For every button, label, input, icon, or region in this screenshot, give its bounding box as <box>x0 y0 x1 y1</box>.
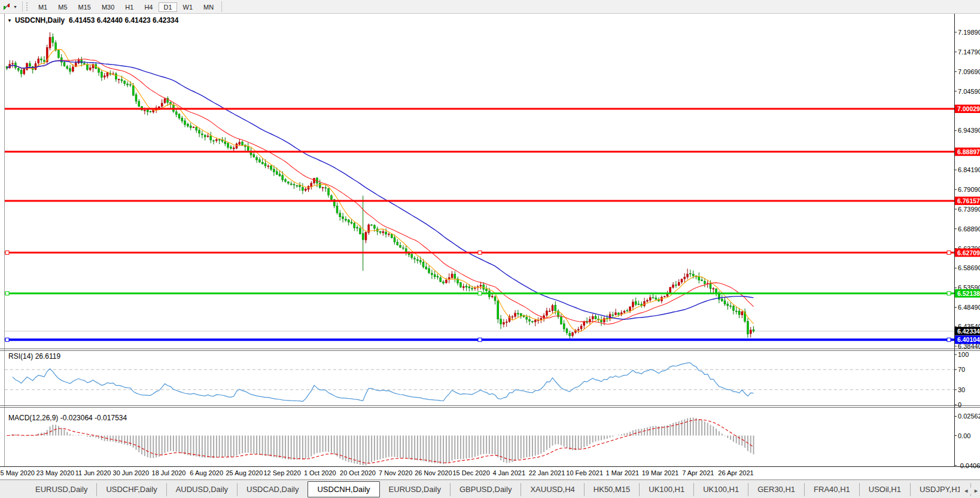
svg-text:10 Feb 2021: 10 Feb 2021 <box>566 469 603 476</box>
svg-text:19 Mar 2021: 19 Mar 2021 <box>642 469 679 476</box>
chart-tab-uk100-h1[interactable]: UK100,H1 <box>639 483 693 496</box>
chart-tab-gbpusd-daily[interactable]: GBPUSD,Daily <box>450 483 521 496</box>
svg-text:7 Nov 2020: 7 Nov 2020 <box>379 469 412 476</box>
svg-text:70: 70 <box>958 366 965 373</box>
chart-symbol: USDCNH,Daily <box>15 16 65 25</box>
chart-tab-uk100-h1[interactable]: UK100,H1 <box>693 483 748 496</box>
svg-text:26 Nov 2020: 26 Nov 2020 <box>415 469 452 476</box>
chart-tab-usdcad-daily[interactable]: USDCAD,Daily <box>237 483 308 496</box>
timeframe-button-m5[interactable]: M5 <box>53 2 72 12</box>
macd-indicator-label: MACD(12,26,9) -0.023064 -0.017534 <box>8 414 127 422</box>
svg-text:11 Jun 2020: 11 Jun 2020 <box>75 469 111 476</box>
collapse-triangle-icon[interactable]: ▼ <box>7 18 12 23</box>
chart-tab-fra40-h1[interactable]: FRA40,H1 <box>804 483 859 496</box>
dropdown-caret-icon[interactable]: ▼ <box>13 5 17 9</box>
svg-text:6.52138: 6.52138 <box>957 290 980 297</box>
timeframe-button-mn[interactable]: MN <box>199 2 218 12</box>
chart-title: ▼USDCNH,Daily 6.41453 6.42440 6.41423 6.… <box>7 16 178 25</box>
chart-tab-usoil-h1[interactable]: USOil,H1 <box>859 483 910 496</box>
rsi-name: RSI(14) <box>8 352 33 360</box>
svg-text:5 May 2020: 5 May 2020 <box>0 469 34 476</box>
timeframe-button-m30[interactable]: M30 <box>97 2 119 12</box>
svg-text:25 Aug 2020: 25 Aug 2020 <box>226 469 263 476</box>
toolbar-separator <box>221 1 222 12</box>
svg-text:6 Aug 2020: 6 Aug 2020 <box>190 469 223 476</box>
svg-text:0: 0 <box>958 401 961 408</box>
line-handle[interactable] <box>947 292 951 295</box>
svg-text:1 Oct 2020: 1 Oct 2020 <box>304 469 336 476</box>
svg-text:6.94390: 6.94390 <box>958 127 980 134</box>
svg-text:22 Jan 2021: 22 Jan 2021 <box>529 469 565 476</box>
application-window: ▼ M1M5M15M30H1H4D1W1MN 7.198907.147907.0… <box>0 0 980 498</box>
svg-text:18 Jul 2020: 18 Jul 2020 <box>152 469 186 476</box>
toolbar-separator <box>22 1 23 12</box>
svg-text:6.42334: 6.42334 <box>957 328 980 335</box>
svg-text:15 Dec 2020: 15 Dec 2020 <box>452 469 489 476</box>
svg-text:6.84190: 6.84190 <box>958 166 980 173</box>
svg-text:23 May 2020: 23 May 2020 <box>36 469 75 476</box>
svg-text:1 Mar 2021: 1 Mar 2021 <box>606 469 640 476</box>
svg-text:20 Oct 2020: 20 Oct 2020 <box>340 469 376 476</box>
timeframe-button-m15[interactable]: M15 <box>74 2 96 12</box>
line-handle[interactable] <box>947 251 951 255</box>
svg-text:6.58690: 6.58690 <box>958 264 980 271</box>
chart-tab-ger30-h1[interactable]: GER30,H1 <box>748 483 804 496</box>
chart-canvas[interactable]: 7.198907.147907.096907.045906.994906.943… <box>0 0 980 479</box>
svg-text:6.73990: 6.73990 <box>958 206 980 213</box>
svg-text:30: 30 <box>958 386 965 393</box>
svg-text:6.62709: 6.62709 <box>957 249 980 256</box>
line-handle[interactable] <box>5 338 9 341</box>
svg-text:6.48490: 6.48490 <box>958 304 980 311</box>
svg-text:4 Jan 2021: 4 Jan 2021 <box>493 469 525 476</box>
rsi-value: 26.6119 <box>35 352 61 360</box>
rsi-indicator-label: RSI(14) 26.6119 <box>8 352 60 360</box>
svg-text:6.68890: 6.68890 <box>958 225 980 233</box>
timeframe-button-h1[interactable]: H1 <box>120 2 138 12</box>
timeframe-button-m1[interactable]: M1 <box>34 2 52 12</box>
svg-text:0.025623: 0.025623 <box>958 413 980 420</box>
macd-values: -0.023064 -0.017534 <box>60 414 127 422</box>
line-handle[interactable] <box>947 338 951 341</box>
svg-text:7.04590: 7.04590 <box>958 88 980 95</box>
chart-tab-eurusd-daily[interactable]: EURUSD,Daily <box>380 483 450 496</box>
timeframe-button-group: M1M5M15M30H1H4D1W1MN <box>33 1 219 12</box>
chart-tab-eurusd-daily[interactable]: EURUSD,Daily <box>26 483 96 496</box>
chart-background <box>0 13 980 479</box>
svg-text:30 Jun 2020: 30 Jun 2020 <box>113 469 150 476</box>
chart-tab-usdchf-daily[interactable]: USDCHF,Daily <box>96 483 166 496</box>
line-handle[interactable] <box>478 292 482 295</box>
svg-text:6.40104: 6.40104 <box>957 336 980 343</box>
chart-tab-audusd-daily[interactable]: AUDUSD,Daily <box>166 483 237 496</box>
toolbar-grip[interactable] <box>26 2 30 11</box>
line-handle[interactable] <box>478 251 482 255</box>
chart-cursor-icon[interactable] <box>2 2 11 11</box>
svg-text:7.00029: 7.00029 <box>957 105 980 112</box>
tab-scroll-right-button[interactable]: ► <box>973 488 979 494</box>
svg-text:6.79090: 6.79090 <box>958 186 980 193</box>
tab-scroll-left-button[interactable]: ◄ <box>963 488 969 494</box>
timeframe-button-w1[interactable]: W1 <box>178 2 198 12</box>
symbol-tab-bar: EURUSD,DailyUSDCHF,DailyAUDUSD,DailyUSDC… <box>0 479 980 498</box>
svg-text:6.76157: 6.76157 <box>957 197 980 204</box>
macd-name: MACD(12,26,9) <box>8 414 58 422</box>
timeframe-button-d1[interactable]: D1 <box>159 2 176 12</box>
svg-text:7.09690: 7.09690 <box>958 68 980 75</box>
svg-text:7.19890: 7.19890 <box>958 29 980 36</box>
chart-tab-xauusd-h4[interactable]: XAUUSD,H4 <box>521 483 583 496</box>
svg-text:7 Apr 2021: 7 Apr 2021 <box>682 469 714 476</box>
timeframe-button-h4[interactable]: H4 <box>139 2 157 12</box>
svg-text:26 Apr 2021: 26 Apr 2021 <box>718 469 753 476</box>
svg-text:12 Sep 2020: 12 Sep 2020 <box>263 469 300 476</box>
chart-tab-usdcnh-daily[interactable]: USDCNH,Daily <box>308 481 379 497</box>
chart-ohlc-values: 6.41453 6.42440 6.41423 6.42334 <box>69 16 179 25</box>
svg-text:6.88897: 6.88897 <box>957 148 980 155</box>
line-handle[interactable] <box>478 338 482 341</box>
chart-tab-hk50-m15[interactable]: HK50,M15 <box>584 483 639 496</box>
svg-text:100: 100 <box>958 351 969 358</box>
svg-text:-0.040687: -0.040687 <box>958 462 980 469</box>
svg-text:7.14790: 7.14790 <box>958 48 980 56</box>
line-handle[interactable] <box>5 251 9 255</box>
line-handle[interactable] <box>5 292 9 295</box>
tab-scroll-controls: ◄ ► <box>960 488 979 494</box>
svg-text:0.00: 0.00 <box>958 432 970 439</box>
